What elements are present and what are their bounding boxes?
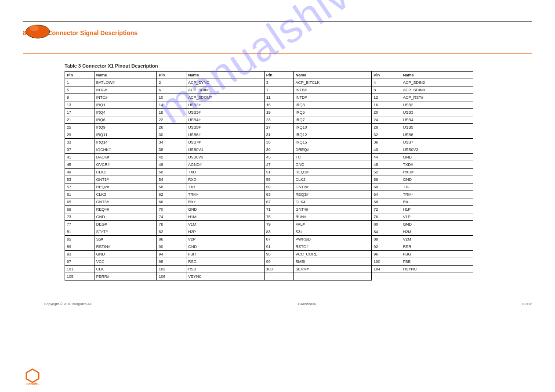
section-title: X1 Connector Signal Descriptions [38,29,138,36]
table-row: 17IRQ418USB3#19IRQ520USB3 [65,109,473,116]
table-row: 13IRQ114USB2#15IRQ316USB2 [65,101,473,109]
table-row: 5INTA#6ACP_SDIN17INTB#8ACP_SDIN0 [65,86,473,94]
table-row: 1BATLOW#2ACP_SYNC3ACP_BITCLK4ACP_SDIN2 [65,79,473,86]
table-row: 81STAT#82H2P83S3#84H2M [65,228,473,236]
table-row: 101CLK102RSB103SERR#104HSYNC [65,266,473,273]
table-row: 41DACK#42USB0V343TC44GND [65,154,473,161]
table-row: 21IRQ622USB4#23IRQ724USB4 [65,116,473,124]
table-row: 33IRQ1434USB7#35IRQ1536USB7 [65,139,473,146]
table-row: 97VCC98RSG99SMBI100FBB [65,258,473,266]
table-row: 85S5#86V2P87PWRGD88V2M [65,236,473,243]
page-footer: Copyright © 2010 congatec AG CA855m04 33… [44,300,532,306]
table-row: 61CLK362TRM+63REQ3#64TRM- [65,191,473,198]
svg-point-1 [30,25,39,31]
table-row: 69REQ4#70GND71GNT4#72H1P [65,206,473,213]
col-header: Name [294,72,372,79]
table-row: 89RSTIN#90GND91RSTO#92RSR [65,243,473,251]
table-row: 25IRQ926USB5#27IRQ1028USB5 [65,124,473,131]
table-row: 105PERR#106VSYNC [65,273,473,281]
footer-docid: CA855m04 [298,302,316,306]
col-header: Name [94,72,157,79]
table-title: Table 3 Connector X1 Pinout Description [65,63,532,68]
mouse-icon [25,22,52,40]
table-row: 49CLK150TXD51REQ1#52RXD# [65,169,473,176]
pinout-table: PinNamePinNamePinNamePinName 1BATLOW#2AC… [65,71,473,281]
section-rule [23,53,532,54]
col-header: Name [186,72,265,79]
col-header: Pin [372,72,401,79]
col-header: Name [401,72,473,79]
table-row: 57REQ2#58TX+59GNT2#60TX- [65,183,473,191]
footer-pagenum: 33/112 [522,302,532,306]
table-row: 9INTC#10ACP_SDOUT11INTD#12ACP_RST# [65,94,473,101]
table-row: 45OVCR#46AGND#47GND48TXD# [65,161,473,169]
footer-copyright: Copyright © 2010 congatec AG [44,302,92,306]
table-row: 73GND74H1M75RUN#76V1P [65,213,473,221]
table-row: 29IRQ1130USB6#31IRQ1232USB6 [65,131,473,139]
table-row: 65GNT3#66RX+67CLK468RX- [65,198,473,206]
col-header: Pin [157,72,186,79]
table-row: 53GNT1#54RXD55CLK256GND [65,176,473,183]
table-row: 93GND94FBR95VCC_CORE96FBG [65,251,473,258]
col-header: Pin [65,72,94,79]
col-header: Pin [264,72,294,79]
table-row: 77DEG#78V1M79FAL#80GND [65,221,473,228]
header-rule [23,21,532,22]
table-row: 37IOCHK#38USB0V139DREQ#40USB0V2 [65,146,473,154]
